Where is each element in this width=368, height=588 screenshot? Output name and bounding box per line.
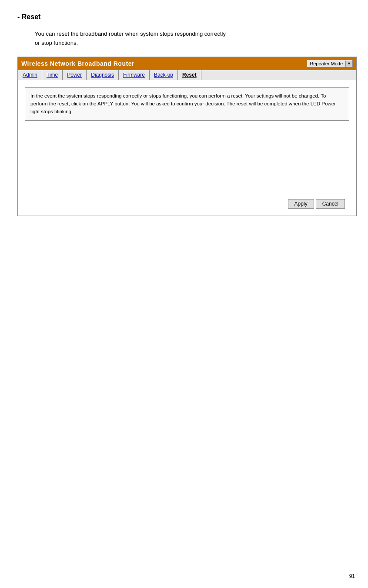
mode-dropdown-button[interactable]: ▼ <box>345 61 352 67</box>
router-ui-container: Wireless Network Broadband Router Repeat… <box>17 57 357 216</box>
cancel-button[interactable]: Cancel <box>316 199 345 209</box>
apply-button[interactable]: Apply <box>288 199 314 209</box>
page-content: - Reset You can reset the broadband rout… <box>0 0 368 233</box>
nav-item-power[interactable]: Power <box>63 70 87 80</box>
content-area: In the event the system stops responding… <box>18 80 356 216</box>
mode-label: Repeater Mode <box>307 60 345 67</box>
nav-item-admin[interactable]: Admin <box>18 70 42 80</box>
nav-item-diagnosis[interactable]: Diagnosis <box>87 70 119 80</box>
router-title: Wireless Network Broadband Router <box>21 60 134 67</box>
desc-line1: You can reset the broadband router when … <box>35 30 351 39</box>
section-title: - Reset <box>17 13 351 21</box>
info-box: In the event the system stops responding… <box>25 87 349 121</box>
mode-select-container[interactable]: Repeater Mode ▼ <box>307 60 353 68</box>
nav-item-firmware[interactable]: Firmware <box>119 70 150 80</box>
nav-item-backup[interactable]: Back-up <box>150 70 178 80</box>
router-header: Wireless Network Broadband Router Repeat… <box>18 57 356 70</box>
nav-bar: Admin Time Power Diagnosis Firmware Back… <box>18 70 356 80</box>
button-row: Apply Cancel <box>25 199 349 209</box>
section-description: You can reset the broadband router when … <box>35 30 351 48</box>
nav-item-time[interactable]: Time <box>42 70 63 80</box>
desc-line2: or stop functions. <box>35 39 351 48</box>
page-number: 91 <box>349 573 355 579</box>
nav-item-reset[interactable]: Reset <box>178 70 201 80</box>
